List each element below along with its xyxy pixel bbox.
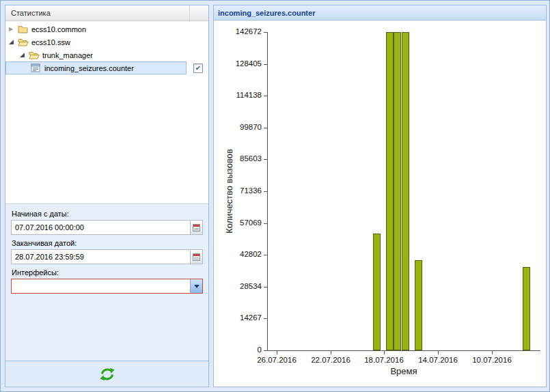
chart-body: Количество вызовов Время 014267285344280… xyxy=(214,20,546,387)
folder-icon xyxy=(18,25,30,33)
refresh-icon xyxy=(100,367,115,381)
collapse-arrow-icon[interactable]: ◢ xyxy=(9,36,18,48)
calendar-icon xyxy=(193,224,200,232)
tree-item-incoming_seizures.counter[interactable]: incoming_seizures.counter✔ xyxy=(5,61,208,74)
x-axis-tick-label: 10.07.2016 xyxy=(465,356,519,364)
tree-item-trunk_manager[interactable]: ◢trunk_manager xyxy=(5,48,208,61)
folder-open-icon xyxy=(29,51,41,59)
y-axis-tick-label: 57069 xyxy=(215,219,262,227)
x-axis-tick xyxy=(438,351,439,354)
y-axis-tick xyxy=(264,191,267,192)
filter-form: Начиная с даты: Заканчивая датой: Интерф… xyxy=(5,204,208,361)
y-axis-tick-label: 71336 xyxy=(215,186,262,195)
x-axis-tick xyxy=(277,351,277,354)
x-axis-tick xyxy=(492,351,493,354)
y-axis-tick xyxy=(264,350,267,351)
end-date-field xyxy=(11,249,203,264)
chart-bar xyxy=(394,32,401,350)
counter-icon xyxy=(31,64,43,72)
start-date-input[interactable] xyxy=(11,220,203,235)
y-axis-tick xyxy=(264,128,267,128)
expand-arrow-icon[interactable]: ▶ xyxy=(9,23,18,36)
interfaces-dropdown-button[interactable] xyxy=(190,279,202,293)
y-axis-tick xyxy=(264,96,267,96)
x-axis-tick-label: 14.07.2016 xyxy=(411,356,465,364)
checkbox-cell xyxy=(188,36,208,48)
y-axis-tick xyxy=(264,32,267,33)
start-date-picker-button[interactable] xyxy=(190,221,202,234)
refresh-button[interactable] xyxy=(97,365,118,384)
tree-item-label: trunk_manager xyxy=(41,51,93,59)
statistics-panel: Статистика ▶ecss10.common◢ecss10.ssw◢tru… xyxy=(5,5,209,387)
y-axis-tick-label: 28534 xyxy=(215,282,262,290)
y-axis-tick-label: 99870 xyxy=(215,123,262,131)
chevron-down-icon xyxy=(194,285,200,288)
tree-item-ecss10.ssw[interactable]: ◢ecss10.ssw xyxy=(5,36,208,48)
tree-item-ecss10.common[interactable]: ▶ecss10.common xyxy=(5,23,208,36)
chart-bar xyxy=(402,32,409,350)
tree-item-row[interactable]: ◢ecss10.ssw xyxy=(5,36,187,48)
tree-item-label: ecss10.ssw xyxy=(30,38,70,46)
bottom-toolbar xyxy=(5,361,208,387)
checkbox-cell xyxy=(188,23,208,36)
statistics-tree: ▶ecss10.common◢ecss10.ssw◢trunk_manageri… xyxy=(5,21,208,204)
checkbox-cell: ✔ xyxy=(188,61,208,74)
y-axis-tick-label: 14267 xyxy=(215,313,262,322)
chart-bar xyxy=(386,32,394,350)
y-axis-tick-label: 142672 xyxy=(215,27,262,36)
series-checkbox[interactable]: ✔ xyxy=(193,64,203,73)
y-axis-tick xyxy=(264,159,267,160)
end-date-picker-button[interactable] xyxy=(190,250,202,264)
chart-bar xyxy=(373,234,381,350)
folder-open-icon xyxy=(18,38,30,46)
y-axis-tick xyxy=(264,64,267,65)
start-date-label: Начиная с даты: xyxy=(5,206,208,220)
x-axis-tick-label: 26.07.2016 xyxy=(249,356,304,364)
tree-item-label: incoming_seizures.counter xyxy=(43,64,134,72)
x-axis-title: Время xyxy=(267,366,540,376)
statistics-panel-header: Статистика xyxy=(5,5,208,21)
interfaces-input[interactable] xyxy=(11,279,203,294)
x-axis-tick xyxy=(384,351,385,354)
checkbox-cell xyxy=(188,48,208,61)
app-window: Статистика ▶ecss10.common◢ecss10.ssw◢tru… xyxy=(0,0,550,392)
y-axis-tick xyxy=(264,318,267,319)
chart-bar xyxy=(523,267,530,350)
calendar-icon xyxy=(193,253,200,261)
interfaces-field xyxy=(11,279,203,294)
y-axis-tick-label: 85603 xyxy=(215,154,262,163)
x-axis-tick-label: 18.07.2016 xyxy=(357,356,411,364)
chart-bar xyxy=(415,260,422,350)
y-axis-line xyxy=(267,32,268,351)
chart-panel: incoming_seizures.counter Количество выз… xyxy=(213,5,547,387)
end-date-label: Заканчивая датой: xyxy=(5,235,208,249)
interfaces-label: Интерфейсы: xyxy=(5,264,208,279)
chart-panel-title: incoming_seizures.counter xyxy=(218,9,315,17)
y-axis-tick-label: 42802 xyxy=(215,250,262,258)
x-axis-line xyxy=(267,350,540,351)
x-axis-tick-label: 22.07.2016 xyxy=(303,356,358,364)
y-axis-tick xyxy=(264,287,267,288)
end-date-input[interactable] xyxy=(11,249,203,264)
y-axis-tick-label: 0 xyxy=(215,346,262,354)
tree-item-label: ecss10.common xyxy=(30,25,86,33)
statistics-header-title: Статистика xyxy=(5,9,189,17)
tree-item-row[interactable]: incoming_seizures.counter xyxy=(5,61,187,74)
y-axis-tick xyxy=(264,255,267,255)
tree-item-row[interactable]: ◢trunk_manager xyxy=(5,48,187,61)
y-axis-tick-label: 128405 xyxy=(215,59,262,68)
y-axis-tick xyxy=(264,223,267,224)
x-axis-tick xyxy=(331,351,331,354)
start-date-field xyxy=(11,220,203,235)
chart-panel-header: incoming_seizures.counter xyxy=(214,5,546,20)
checkbox-column-header xyxy=(189,5,208,20)
collapse-arrow-icon[interactable]: ◢ xyxy=(20,48,29,61)
y-axis-tick-label: 114138 xyxy=(215,91,262,99)
tree-item-row[interactable]: ▶ecss10.common xyxy=(5,23,187,36)
